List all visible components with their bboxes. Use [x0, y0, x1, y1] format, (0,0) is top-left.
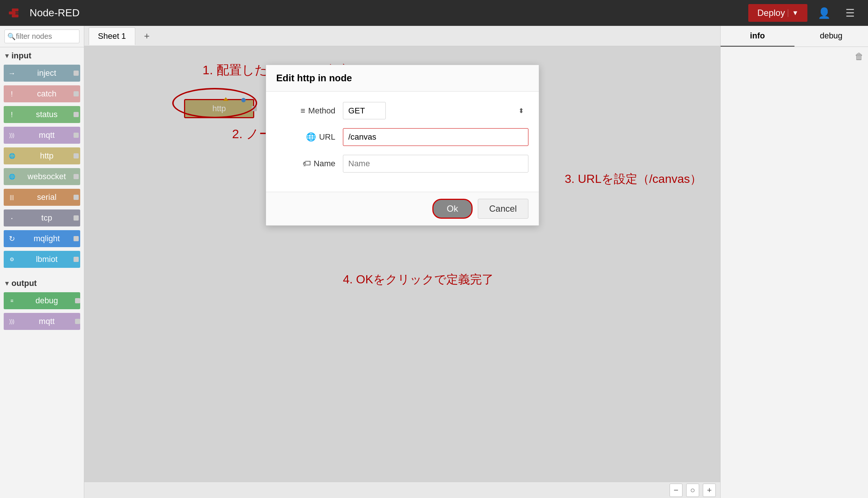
- sidebar-item-mqtt[interactable]: ))) mqtt: [4, 127, 80, 144]
- dialog-body: ≡ Method GET POST PUT DELETE PATCH: [266, 92, 539, 192]
- tcp-port: [74, 215, 79, 221]
- sidebar-item-inject[interactable]: → inject: [4, 65, 80, 82]
- user-icon[interactable]: 👤: [813, 4, 835, 22]
- mqtt-out-label: mqtt: [20, 317, 74, 326]
- sidebar-item-mqtt-out[interactable]: ))) mqtt: [4, 313, 80, 330]
- canvas-bottom: − ○ +: [84, 482, 720, 498]
- serial-label: serial: [20, 192, 74, 202]
- url-row: 🌐 URL: [276, 128, 528, 146]
- inject-port: [74, 71, 79, 76]
- http-sidebar-label: http: [20, 151, 74, 161]
- dialog-footer: Ok Cancel: [266, 192, 539, 225]
- websocket-label: websocket: [20, 172, 74, 181]
- method-select[interactable]: GET POST PUT DELETE PATCH: [343, 102, 386, 119]
- name-input[interactable]: [343, 155, 528, 173]
- name-label-text: Name: [314, 159, 336, 168]
- status-port: [74, 112, 79, 117]
- tab-info[interactable]: info: [721, 26, 794, 47]
- right-panel: info debug 🗑: [720, 26, 868, 498]
- zoom-plus-button[interactable]: +: [703, 484, 716, 497]
- canvas-area: Sheet 1 + 1. 配置したノードをダブルクリック 2. ノードの設定ダイ…: [84, 26, 720, 498]
- cancel-button[interactable]: Cancel: [478, 199, 528, 219]
- sidebar-item-websocket[interactable]: 🌐 websocket: [4, 168, 80, 185]
- deploy-arrow-icon: ▼: [788, 9, 799, 17]
- name-label: 🏷 Name: [276, 159, 336, 168]
- mqtt-port: [74, 133, 79, 138]
- url-input[interactable]: [343, 128, 528, 146]
- status-label: status: [20, 110, 74, 119]
- filter-input-wrapper: 🔍: [0, 26, 84, 47]
- serial-port: [74, 195, 79, 200]
- ok-button[interactable]: Ok: [432, 199, 473, 219]
- mqtt-out-icon: ))): [4, 313, 20, 330]
- mqlight-icon: ↻: [4, 230, 20, 247]
- http-sidebar-icon: 🌐: [4, 147, 20, 164]
- menu-icon[interactable]: ☰: [841, 4, 859, 22]
- input-section-title: ▾ input: [0, 47, 84, 63]
- sidebar-item-http[interactable]: 🌐 http: [4, 147, 80, 164]
- tcp-icon: ·: [4, 209, 20, 226]
- output-section-title: ▾ output: [0, 275, 84, 290]
- inject-icon: →: [4, 65, 20, 82]
- tab-sheet1-label: Sheet 1: [98, 31, 126, 41]
- select-arrow-icon: ⬍: [518, 107, 524, 115]
- tcp-label: tcp: [20, 213, 74, 223]
- output-chevron-icon: ▾: [5, 279, 8, 287]
- mqtt-icon: ))): [4, 127, 20, 144]
- node-red-logo-icon: [9, 8, 25, 18]
- catch-label: catch: [20, 89, 74, 99]
- right-panel-content: 🗑: [721, 47, 868, 498]
- mqlight-port: [74, 236, 79, 241]
- logo: Node-RED: [9, 7, 79, 19]
- deploy-button[interactable]: Deploy ▼: [748, 4, 807, 22]
- url-label: 🌐 URL: [276, 132, 336, 142]
- main-layout: 🔍 ▾ input → inject ! catch ! status ))): [0, 26, 868, 498]
- ibmiot-label: lbmiot: [20, 255, 74, 264]
- tab-sheet1[interactable]: Sheet 1: [89, 27, 135, 45]
- sidebar-item-ibmiot[interactable]: ⚙ lbmiot: [4, 251, 80, 268]
- sidebar-item-tcp[interactable]: · tcp: [4, 209, 80, 226]
- sidebar-item-serial[interactable]: ||| serial: [4, 189, 80, 206]
- trash-icon[interactable]: 🗑: [855, 51, 864, 62]
- tag-icon: 🏷: [303, 159, 311, 168]
- tab-debug[interactable]: debug: [794, 26, 868, 47]
- name-row: 🏷 Name: [276, 155, 528, 173]
- method-icon: ≡: [300, 106, 305, 116]
- edit-dialog: Edit http in node ≡ Method GET: [266, 65, 539, 226]
- status-icon: !: [4, 106, 20, 123]
- sidebar-item-mqlight[interactable]: ↻ mqlight: [4, 230, 80, 247]
- zoom-reset-button[interactable]: ○: [686, 484, 699, 497]
- method-select-wrapper: GET POST PUT DELETE PATCH ⬍: [343, 102, 528, 119]
- ibmiot-icon: ⚙: [4, 251, 20, 268]
- globe-icon: 🌐: [306, 132, 316, 142]
- chevron-down-icon: ▾: [5, 52, 8, 60]
- filter-input[interactable]: [4, 30, 79, 43]
- websocket-port: [74, 174, 79, 179]
- info-tab-label: info: [750, 31, 765, 40]
- debug-port-left: [75, 298, 80, 303]
- output-section-label: output: [11, 279, 37, 288]
- dialog-title: Edit http in node: [276, 72, 352, 83]
- zoom-minus-button[interactable]: −: [670, 484, 683, 497]
- tab-add-button[interactable]: +: [140, 28, 154, 44]
- http-sidebar-port: [74, 153, 79, 158]
- header-title: Node-RED: [30, 7, 79, 19]
- right-panel-tabs: info debug: [721, 26, 868, 47]
- method-label: ≡ Method: [276, 106, 336, 116]
- method-row: ≡ Method GET POST PUT DELETE PATCH: [276, 102, 528, 119]
- deploy-label: Deploy: [757, 8, 785, 18]
- debug-icon: ≡: [4, 292, 20, 309]
- canvas-tabs: Sheet 1 +: [84, 26, 720, 46]
- mqtt-label: mqtt: [20, 130, 74, 140]
- mqtt-out-port-left: [75, 319, 80, 324]
- websocket-icon: 🌐: [4, 168, 20, 185]
- dialog-header: Edit http in node: [266, 65, 539, 92]
- canvas-content: 1. 配置したノードをダブルクリック 2. ノードの設定ダイアログが開く 3. …: [84, 46, 720, 482]
- sidebar-item-catch[interactable]: ! catch: [4, 85, 80, 102]
- header: Node-RED Deploy ▼ 👤 ☰: [0, 0, 868, 26]
- sidebar-item-debug[interactable]: ≡ debug: [4, 292, 80, 309]
- search-icon: 🔍: [7, 33, 16, 41]
- sidebar-item-status[interactable]: ! status: [4, 106, 80, 123]
- catch-icon: !: [4, 85, 20, 102]
- dialog-overlay: Edit http in node ≡ Method GET: [84, 46, 720, 482]
